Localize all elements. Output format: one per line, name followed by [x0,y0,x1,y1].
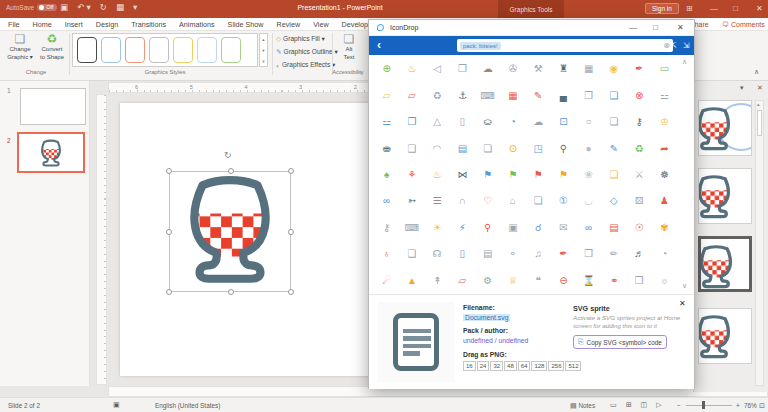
hourglass-icon[interactable]: ⌛ [576,268,601,294]
flame-icon[interactable]: ♨ [425,162,450,188]
png-size-16[interactable]: 16 [463,361,476,371]
design-pane-close-icon[interactable]: ✕ [757,84,763,92]
design-idea-thumbnail-3[interactable] [698,236,752,292]
arrows-up-icon[interactable]: ↟ [425,268,450,294]
customize-qat-icon[interactable]: ▾ [133,2,137,12]
png-size-256[interactable]: 256 [548,361,564,371]
archive-box-icon[interactable]: ❒ [576,82,601,108]
tab-file[interactable]: File [8,20,20,29]
tab-design[interactable]: Design [96,20,118,29]
start-slideshow-icon[interactable]: ▦ [116,2,124,12]
flag-green-icon[interactable]: ⚑ [500,162,525,188]
laptop-icon[interactable]: ⌨ [475,82,500,108]
medal-ribbon-icon[interactable]: ♁ [374,241,399,267]
reading-view-icon[interactable]: ◫ [641,401,648,409]
capsule-yellow-icon[interactable]: ▱ [374,82,399,108]
graphics-style-swatch-5[interactable] [173,37,193,63]
scroll-up-icon[interactable]: ▴ [757,101,760,107]
info-circle-icon[interactable]: ① [551,188,576,214]
save-icon[interactable]: ▣ [60,2,68,12]
photo-badge-icon[interactable]: ◳ [526,135,551,161]
zoom-in-icon[interactable]: + [736,402,740,409]
flower-icon[interactable]: ❀ [576,162,601,188]
design-pane-menu-icon[interactable]: ▾ [740,84,744,92]
slide-sorter-icon[interactable]: ⊞ [626,401,632,409]
grid-scroll-up-icon[interactable]: ∧ [682,58,687,66]
sign-in-button[interactable]: Sign in [645,3,679,14]
tab-view[interactable]: View [313,20,328,29]
scroll-icon[interactable]: ❒ [627,268,652,294]
graphics-outline-button[interactable]: ✎Graphics Outline ▾ [276,48,338,56]
sofa-icon[interactable]: ▄ [551,82,576,108]
padlock-icon[interactable]: ⚷ [627,109,652,135]
pack-author-value[interactable]: undefined / undefined [463,337,528,344]
filename-value[interactable]: Document.svg [463,314,510,321]
graphics-style-swatch-6[interactable] [197,37,217,63]
push-pin-icon[interactable]: ☄ [374,268,399,294]
gallery-up-icon[interactable]: ▴ [260,34,267,45]
coin-icon[interactable]: ○ [576,109,601,135]
icondrop-title-bar[interactable]: IconDrop — □ ✕ [369,20,694,36]
car-icon[interactable]: ⚍ [652,82,677,108]
selection-handle[interactable] [166,168,172,174]
graphics-effects-button[interactable]: ◐Graphics Effects ▾ [276,61,335,69]
mountain-icon[interactable]: △ [425,109,450,135]
expand-icon[interactable]: ⇲ [683,41,690,50]
fish-icon[interactable]: ⋈ [450,162,475,188]
design-idea-thumbnail-1[interactable] [698,100,752,156]
burger-icon[interactable]: ☰ [425,188,450,214]
selection-handle[interactable] [228,289,234,295]
music-note-icon[interactable]: ♫ [526,241,551,267]
png-size-64[interactable]: 64 [518,361,531,371]
home-icon[interactable]: ⌂ [500,188,525,214]
tab-review[interactable]: Review [277,20,301,29]
lips-icon[interactable]: ◡ [576,188,601,214]
truck-icon[interactable]: ⚍ [374,109,399,135]
edit-document-icon[interactable]: ✎ [601,135,626,161]
sun-gear-icon[interactable]: ☼ [652,268,677,294]
gallery-down-icon[interactable]: ▾ [260,45,267,56]
lightning-icon[interactable]: ⚡ [450,215,475,241]
png-size-512[interactable]: 512 [565,361,581,371]
png-size-32[interactable]: 32 [490,361,503,371]
pistol-icon[interactable]: ➳ [399,188,424,214]
piano-icon[interactable]: ♬ [627,241,652,267]
capsule-red-icon[interactable]: ▱ [399,82,424,108]
minus-circle-icon[interactable]: ⊖ [551,268,576,294]
key-icon[interactable]: ⚷ [374,215,399,241]
design-idea-thumbnail-2[interactable] [698,168,752,224]
icondrop-minimize-icon[interactable]: — [629,23,637,32]
gamepad-icon[interactable]: ⚄ [627,188,652,214]
sailboat-icon[interactable]: ⚓ [450,82,475,108]
png-size-128[interactable]: 128 [531,361,547,371]
graphics-style-swatch-2[interactable] [101,37,121,63]
back-icon[interactable]: ‹ [377,38,381,52]
tab-animations[interactable]: Animations [179,20,215,29]
glasses-icon[interactable]: ∞ [374,188,399,214]
trash-can-icon[interactable]: ♻ [425,82,450,108]
close-icon[interactable]: ✕ [756,4,763,13]
gavel-icon[interactable]: ⚒ [526,56,551,82]
flag-red-icon[interactable]: ⚑ [526,162,551,188]
pine-tree-icon[interactable]: ♠ [374,162,399,188]
accessibility-checker-icon[interactable]: ▣ [113,401,120,409]
calendar-icon[interactable]: ▦ [500,82,525,108]
ribbon-display-options-icon[interactable]: ⊞ [686,4,693,13]
volcano-icon[interactable]: ▲ [399,268,424,294]
lava-lamp-icon[interactable]: ⚘ [399,162,424,188]
grid-scroll-down-icon[interactable]: ∨ [682,282,687,290]
selection-handle[interactable] [288,168,294,174]
tennis-ball-icon[interactable]: ◉ [601,56,626,82]
document-icon[interactable]: ❏ [601,109,626,135]
sync-document-icon[interactable]: ♻ [627,135,652,161]
tab-transitions[interactable]: Transitions [131,20,166,29]
shopping-bag-icon[interactable]: ⛀ [475,109,500,135]
flag-blue-icon[interactable]: ⚑ [475,162,500,188]
battery-icon[interactable]: ▭ [652,56,677,82]
door-icon[interactable]: ▯ [450,109,475,135]
selection-handle[interactable] [288,289,294,295]
clear-search-icon[interactable]: ⊗ [663,41,670,50]
image-frame-icon[interactable]: ❏ [526,188,551,214]
detail-panel-close-icon[interactable]: ✕ [679,299,686,308]
medal-icon[interactable]: ☉ [627,215,652,241]
